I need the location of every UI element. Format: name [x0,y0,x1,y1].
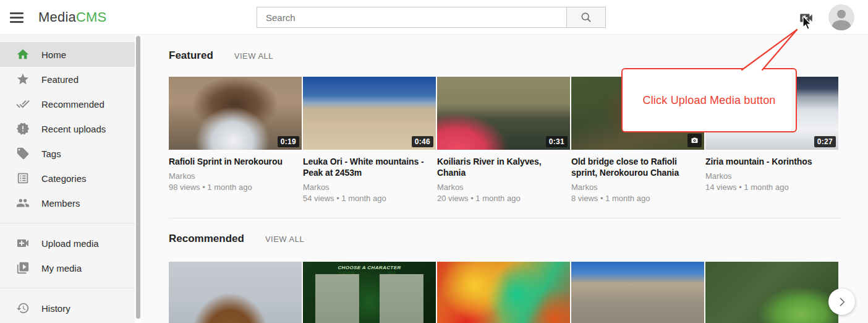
thumbnail-text: KWAME [325,270,369,275]
media-card: CHOOSE A CHARACTER KWAME YAA Selected Se… [303,262,436,323]
sidebar-item-label: Categories [41,173,87,184]
sidebar-item-history[interactable]: History [0,296,135,321]
search-button[interactable] [567,7,606,28]
media-thumbnail[interactable]: 0:46 [303,77,436,150]
home-icon [15,47,30,62]
image-media-badge [687,134,702,147]
media-title[interactable]: Leuka Ori - White mountains - Peak at 24… [303,157,434,179]
camera-icon [691,137,699,144]
section-divider [169,218,841,218]
sidebar-item-label: My media [41,263,82,273]
featured-view-all-link[interactable]: VIEW ALL [234,51,273,61]
media-thumbnail[interactable] [571,262,704,323]
thumbnail-text: CHOOSE A CHARACTER [303,265,436,270]
media-author[interactable]: Markos [705,171,838,181]
sidebar-scrollbar [135,35,141,323]
search-bar [257,7,606,28]
sidebar-item-label: Tags [41,149,61,159]
media-card: 0:19 Rafioli Sprint in Nerokourou Markos… [169,77,302,203]
annotation-callout: Click Upload Media button [621,68,797,132]
sidebar-item-label: Featured [41,74,79,85]
logo-media-text: Media [38,9,76,25]
top-bar: MediaCMS [0,0,868,35]
duration-badge: 0:27 [814,136,836,147]
section-title: Recommended [169,233,244,245]
section-title: Featured [169,50,213,62]
sidebar-item-featured[interactable]: Featured [0,67,135,92]
sidebar-item-label: Home [41,50,66,60]
media-meta: 14 views • 1 month ago [705,183,838,192]
media-card [571,262,704,323]
recommended-view-all-link[interactable]: VIEW ALL [265,235,304,244]
thumbnail-text: YAA [370,270,414,275]
carousel-next-button[interactable] [828,288,855,315]
media-thumbnail[interactable]: 0:31 [437,77,570,150]
media-card: 0:31 Koiliaris River in Kalyves, Chania … [437,77,570,203]
avatar[interactable] [828,4,854,30]
sidebar-item-label: Upload media [41,238,99,249]
media-author[interactable]: Markos [437,183,570,192]
logo-cms-text: CMS [76,9,107,25]
star-icon [15,72,30,87]
sidebar-group-media: Upload media My media [0,223,135,288]
media-thumbnail[interactable]: CHOOSE A CHARACTER KWAME YAA Selected Se… [303,262,436,323]
people-icon [15,196,30,210]
upload-media-icon[interactable] [798,10,814,26]
media-card [705,262,838,323]
duration-badge: 0:46 [412,136,433,147]
video-call-icon [15,236,30,251]
media-thumbnail[interactable] [437,262,570,323]
media-thumbnail[interactable]: 0:19 [169,77,302,150]
sidebar: Home Featured Recommended Recent uploads… [0,35,135,323]
media-meta: 20 views • 1 month ago [437,194,570,203]
sidebar-item-tags[interactable]: Tags [0,141,135,166]
list-alt-icon [15,171,30,186]
duration-badge: 0:19 [278,136,299,147]
sidebar-item-label: Recent uploads [41,124,106,134]
media-title[interactable]: Rafioli Sprint in Nerokourou [169,157,300,168]
annotation-text: Click Upload Media button [642,94,775,107]
tag-icon [15,146,30,161]
media-author[interactable]: Markos [169,171,302,181]
media-thumbnail[interactable] [705,262,838,323]
sidebar-item-label: Recommended [41,99,104,110]
sidebar-group-main: Home Featured Recommended Recent uploads… [0,35,135,223]
media-meta: 98 views • 1 month ago [169,183,302,192]
sidebar-item-upload-media[interactable]: Upload media [0,231,135,256]
search-input[interactable] [257,7,567,28]
media-title[interactable]: Ziria mountain - Korinthos [705,157,836,168]
media-meta: 54 views • 1 month ago [303,194,436,203]
new-releases-icon [15,121,30,136]
featured-section-header: Featured VIEW ALL [169,50,273,62]
sidebar-item-members[interactable]: Members [0,191,135,215]
sidebar-item-label: Members [41,198,80,209]
sidebar-item-home[interactable]: Home [0,42,135,67]
media-card: 0:46 Leuka Ori - White mountains - Peak … [303,77,436,203]
recommended-row: CHOOSE A CHARACTER KWAME YAA Selected Se… [169,262,838,323]
media-meta: 8 views • 1 month ago [571,194,704,203]
user-avatar-icon [828,4,854,30]
sidebar-item-recent-uploads[interactable]: Recent uploads [0,116,135,141]
media-card [437,262,570,323]
media-card [169,262,302,323]
video-library-icon [15,261,30,275]
search-icon [580,11,592,24]
sidebar-item-my-media[interactable]: My media [0,256,135,280]
scrollbar-thumb[interactable] [136,36,140,319]
recommended-section-header: Recommended VIEW ALL [169,233,304,245]
sidebar-item-categories[interactable]: Categories [0,166,135,191]
media-thumbnail[interactable] [169,262,302,323]
history-icon [15,301,30,316]
chevron-right-icon [836,296,848,308]
duration-badge: 0:31 [546,136,568,147]
media-title[interactable]: Koiliaris River in Kalyves, Chania [437,157,568,179]
sidebar-item-label: History [41,303,70,314]
logo[interactable]: MediaCMS [38,0,106,35]
media-author[interactable]: Markos [571,183,704,192]
sidebar-item-recommended[interactable]: Recommended [0,92,135,116]
menu-icon[interactable] [10,11,25,24]
sidebar-group-history: History [0,288,135,323]
done-all-icon [15,97,30,111]
media-title[interactable]: Old bridge close to Rafioli sprint, Nero… [571,157,702,179]
media-author[interactable]: Markos [303,183,436,192]
